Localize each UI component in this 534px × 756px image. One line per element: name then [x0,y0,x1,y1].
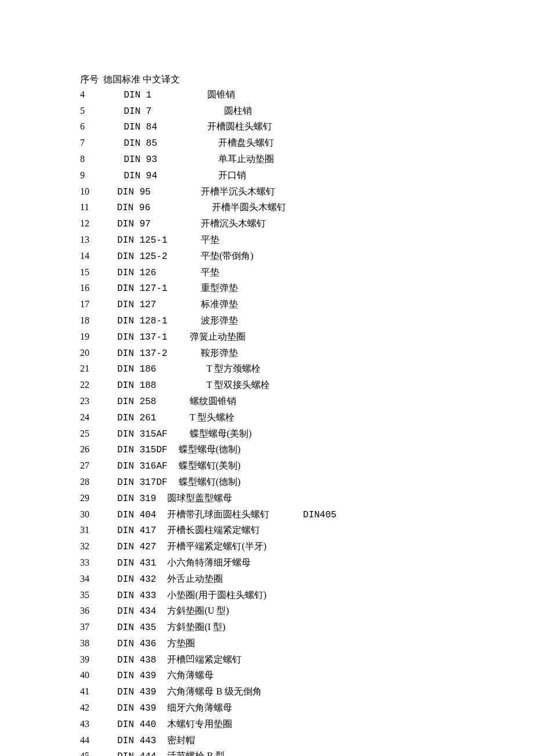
cell-description: 细牙六角薄螺母 [167,703,232,712]
cell-seq: 42 [80,700,89,715]
cell-description: 木螺钉专用垫圈 [167,719,232,729]
cell-seq: 45 [80,748,89,756]
cell-description: 开槽凹端紧定螺钉 [167,654,241,664]
cell-standard: DIN 261 [89,411,190,426]
cell-seq: 30 [80,507,89,522]
cell-standard: DIN 436 [89,637,167,652]
cell-seq: 36 [80,603,89,618]
cell-standard: DIN 438 [89,653,167,668]
document-page: 序号 德国标准 中文译文 4 DIN 1 圆锥销5 DIN 7 圆柱销6 DIN… [0,0,534,756]
cell-standard: DIN 125-2 [89,250,201,265]
cell-standard: DIN 137-1 [89,330,190,345]
cell-standard: DIN 315AF [89,427,190,442]
cell-description: 方垫圈 [167,638,195,648]
cell-standard: DIN 186 [89,362,207,377]
cell-standard: DIN 84 [85,120,207,135]
cell-description: 圆锥销 [207,89,235,99]
table-row: 22 DIN 188 T 型双接头螺栓 [80,377,534,394]
cell-seq: 40 [80,668,89,683]
table-row: 31 DIN 417 开槽长圆柱端紧定螺钉 [80,523,534,539]
table-row: 19 DIN 137-1 弹簧止动垫圈 [80,329,534,345]
cell-seq: 7 [80,135,85,150]
cell-description: 平垫 [201,267,219,277]
cell-description: 六角薄螺母 B 级无倒角 [167,686,262,696]
cell-seq: 18 [80,313,89,328]
cell-seq: 9 [80,168,85,183]
table-row: 16 DIN 127-1 重型弹垫 [80,280,534,297]
cell-description: T 型头螺栓 [190,412,234,422]
cell-standard: DIN 128-1 [89,314,201,329]
cell-standard: DIN 1 [85,88,207,103]
table-row: 11 DIN 96 开槽半圆头木螺钉 [80,200,534,216]
cell-seq: 21 [80,361,89,376]
table-row: 18 DIN 128-1 波形弹垫 [80,313,534,329]
cell-description: 圆球型盖型螺母 [167,493,232,503]
cell-standard: DIN 94 [85,169,218,184]
table-row: 10 DIN 95 开槽半沉头木螺钉 [80,184,534,200]
cell-seq: 37 [80,620,89,635]
cell-seq: 26 [80,442,89,457]
cell-description: 六角薄螺母 [167,670,214,680]
table-header-row: 序号 德国标准 中文译文 [80,72,534,87]
header-seq: 序号 [80,74,99,84]
table-row: 44 DIN 443 密封帽 [80,733,534,749]
cell-seq: 15 [80,265,89,280]
table-row: 25 DIN 315AF 蝶型螺母(美制) [80,426,534,442]
table-row: 42 DIN 439 细牙六角薄螺母 [80,700,534,717]
cell-description: 开槽半沉头木螺钉 [201,186,275,196]
table-row: 45 DIN 444 活节螺栓 B 型 [80,748,534,756]
cell-description: 活节螺栓 B 型 [167,751,225,756]
cell-description: 波形弹垫 [201,315,238,325]
cell-standard: DIN 404 [89,508,167,523]
table-row: 40 DIN 439 六角薄螺母 [80,668,534,684]
table-row: 39 DIN 438 开槽凹端紧定螺钉 [80,652,534,668]
table-row: 23 DIN 258 螺纹圆锥销 [80,394,534,410]
table-row: 4 DIN 1 圆锥销 [80,87,534,103]
cell-description: 圆柱销 [224,106,252,116]
table-row: 37 DIN 435 方斜垫圈(I 型) [80,620,534,636]
cell-seq: 25 [80,426,89,441]
cell-description: 开槽平端紧定螺钉(半牙) [167,541,266,551]
cell-description: T 型方颈螺栓 [207,363,261,373]
cell-seq: 41 [80,684,89,699]
table-row: 36 DIN 434 方斜垫圈(U 型) [80,603,534,620]
cell-seq: 6 [80,119,85,134]
cell-seq: 38 [80,636,89,651]
cell-seq: 12 [80,216,89,231]
cell-seq: 24 [80,410,89,425]
cell-standard: DIN 127-1 [89,282,201,297]
cell-description: 蝶型螺母(美制) [190,429,252,438]
table-row: 33 DIN 431 小六角特薄细牙螺母 [80,555,534,571]
cell-seq: 22 [80,377,89,393]
cell-standard: DIN 85 [85,136,218,152]
cell-description: 开槽半圆头木螺钉 [212,202,286,212]
cell-standard: DIN 433 [89,589,167,604]
cell-description: 弹簧止动垫圈 [190,332,246,341]
cell-description: 方斜垫圈(U 型) [167,606,229,615]
table-row: 7 DIN 85 开槽盘头螺钉 [80,135,534,152]
header-desc: 中文译文 [143,74,180,84]
cell-seq: 17 [80,297,89,312]
cell-seq: 23 [80,394,89,409]
cell-description: 鞍形弹垫 [201,348,238,358]
cell-seq: 4 [80,87,85,102]
table-row: 12 DIN 97 开槽沉头木螺钉 [80,216,534,232]
cell-description: 开口销 [218,170,246,180]
table-row: 15 DIN 126 平垫 [80,265,534,281]
cell-standard: DIN 439 [89,685,167,700]
table-row: 43 DIN 440 木螺钉专用垫圈 [80,717,534,733]
table-row: 21 DIN 186 T 型方颈螺栓 [80,361,534,377]
table-row: 27 DIN 316AF 蝶型螺钉(美制) [80,458,534,474]
cell-seq: 11 [80,200,89,215]
cell-standard: DIN 319 [89,492,167,507]
cell-seq: 13 [80,232,89,247]
cell-seq: 19 [80,329,89,344]
cell-description: 密封帽 [167,735,195,745]
table-row: 30 DIN 404 开槽带孔球面圆柱头螺钉 DIN405 [80,507,534,523]
cell-standard: DIN 417 [89,524,167,539]
cell-standard: DIN 439 [89,701,167,717]
cell-standard: DIN 444 [89,750,167,756]
cell-standard: DIN 96 [89,201,211,216]
cell-standard: DIN 435 [89,621,167,636]
cell-standard: DIN 125-1 [89,233,201,249]
